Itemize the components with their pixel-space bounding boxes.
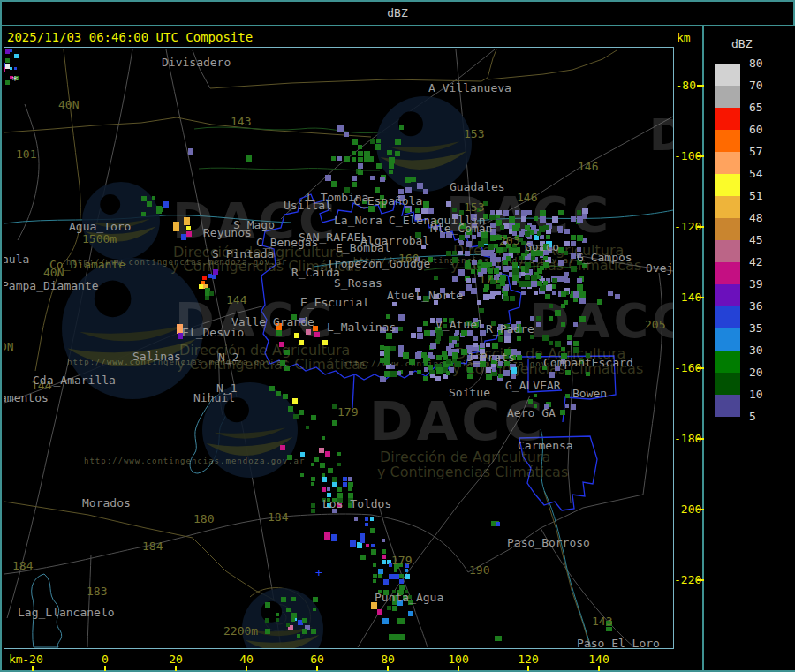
legend-swatch xyxy=(715,306,740,328)
echo-cell xyxy=(265,618,269,623)
echo-cell xyxy=(322,473,325,477)
echo-cell xyxy=(337,463,341,466)
echo-cell xyxy=(512,275,519,281)
echo-cell xyxy=(571,266,577,272)
echo-cell xyxy=(525,281,531,287)
echo-cell xyxy=(314,332,320,337)
echo-cell xyxy=(364,151,370,157)
place-label: Paso_El_Loro xyxy=(577,638,660,649)
echo-cell xyxy=(358,157,363,162)
echo-cell xyxy=(276,613,279,616)
echo-cell xyxy=(495,636,502,641)
echo-cell xyxy=(530,316,534,321)
echo-cell xyxy=(490,291,496,296)
echo-cell xyxy=(489,214,496,220)
echo-cell xyxy=(325,451,330,457)
echo-cell xyxy=(488,250,494,256)
echo-cell xyxy=(313,597,318,602)
echo-cell xyxy=(421,208,428,214)
echo-cell xyxy=(188,148,193,155)
echo-cell xyxy=(358,151,363,156)
road-label: 40N xyxy=(58,99,79,110)
legend-label: 30 xyxy=(749,344,763,357)
echo-cell xyxy=(405,574,410,579)
echo-cell xyxy=(546,235,550,239)
echo-cell xyxy=(558,229,563,233)
echo-cell xyxy=(471,288,477,294)
echo-cell xyxy=(458,269,465,276)
echo-cell xyxy=(512,262,518,268)
echo-cell xyxy=(471,269,475,274)
place-label: Guadales xyxy=(450,181,505,193)
echo-cell xyxy=(325,175,331,181)
echo-cell xyxy=(186,231,192,237)
echo-cell xyxy=(300,473,304,477)
road-label: 101 xyxy=(16,148,36,160)
echo-cell xyxy=(504,370,510,376)
echo-cell xyxy=(534,216,538,221)
axis-tick xyxy=(697,579,704,581)
echo-cell xyxy=(481,262,488,268)
echo-cell xyxy=(537,231,541,236)
echo-cell xyxy=(525,275,530,280)
echo-cell xyxy=(436,330,443,336)
legend-swatch xyxy=(715,130,740,152)
echo-cell xyxy=(564,272,569,276)
echo-cell xyxy=(452,276,458,282)
echo-cell xyxy=(542,335,549,341)
echo-cell xyxy=(311,415,316,420)
axis-tick xyxy=(697,438,704,440)
echo-cell xyxy=(10,49,12,52)
echo-cell xyxy=(494,244,498,248)
axis-label: -20 xyxy=(15,653,50,666)
echo-cell xyxy=(276,391,281,396)
place-label: Mte_Coman xyxy=(430,223,492,234)
echo-cell xyxy=(567,335,572,340)
place-label: R_Padre xyxy=(486,323,534,335)
axis-label: 100 xyxy=(441,653,476,666)
axis-tick xyxy=(104,666,106,671)
echo-cell xyxy=(480,343,485,348)
echo-cell xyxy=(527,210,532,215)
echo-cell xyxy=(371,549,376,555)
echo-cell xyxy=(382,560,386,564)
axis-label: -160 xyxy=(674,362,696,374)
right-axis: -80-100-120-140-160-180-200-220 xyxy=(674,48,704,647)
place-label: C_Española xyxy=(353,195,422,207)
echo-cell xyxy=(306,329,311,335)
legend-swatch xyxy=(715,240,740,262)
echo-cell xyxy=(498,374,503,378)
echo-cell xyxy=(467,367,473,373)
echo-cell xyxy=(184,217,190,225)
echo-cell xyxy=(466,278,471,283)
echo-cell xyxy=(287,455,292,460)
place-label: Punta_Agua xyxy=(375,592,443,603)
echo-cell xyxy=(504,336,511,343)
frame-left xyxy=(0,0,2,672)
echo-cell xyxy=(582,208,588,214)
axis-label: 40 xyxy=(229,653,264,666)
echo-cell xyxy=(571,241,576,246)
legend-label: 39 xyxy=(749,278,763,291)
legend-title: dBZ xyxy=(731,37,752,50)
echo-cell xyxy=(348,487,352,491)
legend-swatch xyxy=(715,328,740,351)
place-label: G_Campos xyxy=(577,252,632,263)
echo-cell xyxy=(531,256,535,260)
echo-cell xyxy=(519,256,523,260)
echo-cell xyxy=(577,235,583,241)
echo-cell xyxy=(561,304,565,308)
echo-cell xyxy=(352,139,358,145)
echo-cell xyxy=(4,80,4,84)
echo-cell xyxy=(411,333,416,338)
echo-cell xyxy=(525,262,531,268)
echo-cell xyxy=(480,330,486,336)
legend-label: 20 xyxy=(749,366,763,379)
echo-cell xyxy=(557,276,564,282)
echo-cell xyxy=(452,340,457,344)
echo-cell xyxy=(481,250,488,256)
echo-cell xyxy=(573,291,579,298)
road-label: 184 xyxy=(268,511,288,523)
legend-swatch xyxy=(715,108,740,130)
echo-cell xyxy=(492,367,496,372)
